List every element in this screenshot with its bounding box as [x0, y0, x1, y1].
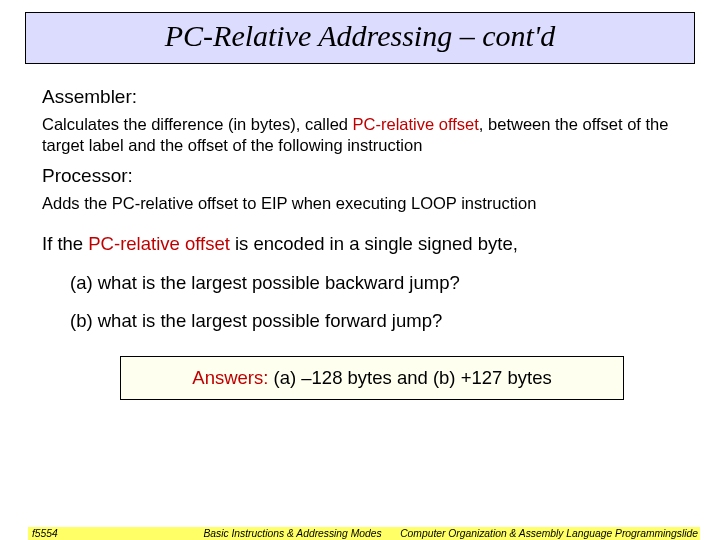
- footer-center: Basic Instructions & Addressing Modes: [173, 527, 412, 540]
- text: Calculates the difference (in bytes), ca…: [42, 115, 353, 133]
- text: is encoded in a single signed byte,: [230, 233, 518, 254]
- answers-text: (a) –128 bytes and (b) +127 bytes: [268, 367, 551, 388]
- text: If the: [42, 233, 88, 254]
- footer-right-text: Computer Organization & Assembly Languag…: [400, 528, 698, 539]
- footer-left-text: f5554: [32, 528, 58, 539]
- question-a: (a) what is the largest possible backwar…: [70, 272, 684, 294]
- assembler-heading: Assembler:: [42, 86, 684, 108]
- assembler-paragraph: Calculates the difference (in bytes), ca…: [42, 114, 684, 155]
- slide-body: Assembler: Calculates the difference (in…: [0, 64, 720, 400]
- pc-relative-term: PC-relative offset: [353, 115, 479, 133]
- footer: f5554 Basic Instructions & Addressing Mo…: [0, 527, 720, 540]
- question-intro: If the PC-relative offset is encoded in …: [42, 232, 684, 256]
- footer-right: Computer Organization & Assembly Languag…: [412, 527, 700, 540]
- pc-relative-term: PC-relative offset: [88, 233, 230, 254]
- question-b: (b) what is the largest possible forward…: [70, 310, 684, 332]
- processor-paragraph: Adds the PC-relative offset to EIP when …: [42, 193, 684, 214]
- footer-center-text: Basic Instructions & Addressing Modes: [173, 528, 412, 539]
- answers-box: Answers: (a) –128 bytes and (b) +127 byt…: [120, 356, 624, 400]
- slide: PC-Relative Addressing – cont'd Assemble…: [0, 12, 720, 540]
- title-bar: PC-Relative Addressing – cont'd: [25, 12, 695, 64]
- processor-heading: Processor:: [42, 165, 684, 187]
- slide-title: PC-Relative Addressing – cont'd: [165, 19, 556, 52]
- answers-label: Answers:: [192, 367, 268, 388]
- footer-left: f5554: [28, 527, 173, 540]
